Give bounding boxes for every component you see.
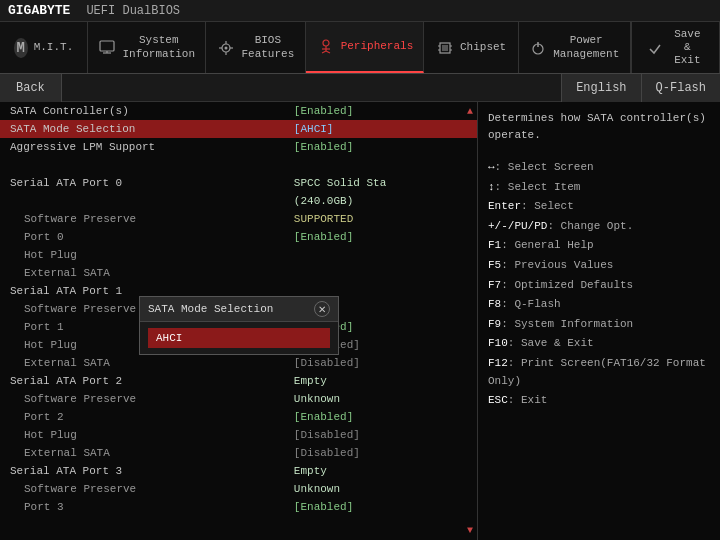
table-row[interactable]: Software PreserveSUPPORTED <box>0 210 477 228</box>
tab-mit[interactable]: M M.I.T. <box>0 22 88 73</box>
back-button[interactable]: Back <box>0 74 62 102</box>
peripherals-icon <box>317 37 335 57</box>
main-area: ▲ SATA Controller(s)[Enabled]SATA Mode S… <box>0 102 720 540</box>
key-label: F8 <box>488 298 501 310</box>
key-hint-line: F10: Save & Exit <box>488 335 710 353</box>
key-label: F5 <box>488 259 501 271</box>
modal-title: SATA Mode Selection <box>148 303 273 315</box>
table-row[interactable]: SATA Mode Selection[AHCI] <box>0 120 477 138</box>
modal-close-button[interactable]: ✕ <box>314 301 330 317</box>
row-label: External SATA <box>0 354 284 372</box>
row-label: External SATA <box>0 264 284 282</box>
key-desc: : Select Screen <box>495 161 594 173</box>
mit-icon: M <box>14 38 28 58</box>
brand-bar: GIGABYTE UEFI DualBIOS <box>0 0 720 22</box>
tab-system[interactable]: SystemInformation <box>88 22 206 73</box>
table-row[interactable]: External SATA <box>0 264 477 282</box>
tab-bios[interactable]: BIOSFeatures <box>206 22 306 73</box>
svg-point-4 <box>225 46 228 49</box>
key-hint-line: F5: Previous Values <box>488 257 710 275</box>
row-value <box>284 246 477 264</box>
row-label: External SATA <box>0 444 284 462</box>
table-row[interactable]: Aggressive LPM Support[Enabled] <box>0 138 477 156</box>
tab-peripherals-label: Peripherals <box>341 40 414 53</box>
table-row[interactable]: (240.0GB) <box>0 192 477 210</box>
key-hint-line: F7: Optimized Defaults <box>488 277 710 295</box>
scroll-down-arrow[interactable]: ▼ <box>467 525 473 536</box>
table-row[interactable]: Port 2[Enabled] <box>0 408 477 426</box>
tab-chipset-label: Chipset <box>460 41 506 54</box>
key-hints: ↔: Select Screen↕: Select ItemEnter: Sel… <box>488 159 710 410</box>
brand-name: GIGABYTE <box>8 3 70 18</box>
modal-title-bar: SATA Mode Selection ✕ <box>140 297 338 322</box>
svg-line-12 <box>322 51 326 53</box>
table-row[interactable]: Serial ATA Port 2Empty <box>0 372 477 390</box>
tab-power-label: PowerManagement <box>553 34 619 60</box>
row-label: Hot Plug <box>0 426 284 444</box>
modal-body: AHCI <box>140 322 338 354</box>
table-row[interactable]: Software PreserveUnknown <box>0 390 477 408</box>
system-icon <box>98 38 116 58</box>
row-label: Serial ATA Port 2 <box>0 372 284 390</box>
table-row[interactable]: Software PreserveUnknown <box>0 480 477 498</box>
row-label: SATA Controller(s) <box>0 102 284 120</box>
key-hint-line: ↔: Select Screen <box>488 159 710 177</box>
row-label: Port 0 <box>0 228 284 246</box>
key-label: F12 <box>488 357 508 369</box>
save-icon <box>646 38 664 58</box>
row-label: Serial ATA Port 3 <box>0 462 284 480</box>
row-label: Software Preserve <box>0 480 284 498</box>
help-panel: Determines how SATA controller(s) operat… <box>478 102 720 540</box>
table-row[interactable]: Serial ATA Port 3Empty <box>0 462 477 480</box>
svg-rect-0 <box>100 41 114 51</box>
scroll-up-arrow[interactable]: ▲ <box>467 106 473 117</box>
row-label: Serial ATA Port 0 <box>0 174 284 192</box>
table-row[interactable]: External SATA[Disabled] <box>0 354 477 372</box>
table-row[interactable]: SATA Controller(s)[Enabled] <box>0 102 477 120</box>
tab-bios-label: BIOSFeatures <box>241 34 294 60</box>
row-value: [Enabled] <box>284 102 477 120</box>
row-label <box>0 192 284 210</box>
table-row[interactable]: Hot Plug <box>0 246 477 264</box>
modal-box: SATA Mode Selection ✕ AHCI <box>139 296 339 355</box>
key-desc: : Print Screen(FAT16/32 Format Only) <box>488 357 706 387</box>
tab-save[interactable]: Save &Exit <box>631 22 720 73</box>
tab-peripherals[interactable]: Peripherals <box>306 22 424 73</box>
row-value: (240.0GB) <box>284 192 477 210</box>
bios-icon <box>217 38 235 58</box>
key-desc: : Select <box>521 200 574 212</box>
language-button[interactable]: English <box>561 74 641 102</box>
key-label: Enter <box>488 200 521 212</box>
key-label: +/-/PU/PD <box>488 220 547 232</box>
tab-save-label: Save &Exit <box>670 28 705 68</box>
tab-power[interactable]: PowerManagement <box>519 22 631 73</box>
key-hint-line: +/-/PU/PD: Change Opt. <box>488 218 710 236</box>
row-value: [Enabled] <box>284 408 477 426</box>
table-row[interactable]: Serial ATA Port 0SPCC Solid Sta <box>0 174 477 192</box>
nav-tabs: M M.I.T. SystemInformation BIOSFeatures … <box>0 22 720 74</box>
table-row[interactable]: Port 3[Enabled] <box>0 498 477 516</box>
key-desc: : Exit <box>508 394 548 406</box>
row-label: Software Preserve <box>0 390 284 408</box>
row-label: Aggressive LPM Support <box>0 138 284 156</box>
table-row[interactable]: External SATA[Disabled] <box>0 444 477 462</box>
svg-line-13 <box>326 51 330 53</box>
row-label: Port 3 <box>0 498 284 516</box>
qflash-button[interactable]: Q-Flash <box>642 74 720 102</box>
help-description: Determines how SATA controller(s) operat… <box>488 110 710 143</box>
tab-chipset[interactable]: Chipset <box>424 22 518 73</box>
row-value: [Enabled] <box>284 228 477 246</box>
key-desc: : System Information <box>501 318 633 330</box>
modal-option-ahci[interactable]: AHCI <box>148 328 330 348</box>
table-row[interactable]: Port 0[Enabled] <box>0 228 477 246</box>
row-label: Software Preserve <box>0 210 284 228</box>
key-hint-line: F12: Print Screen(FAT16/32 Format Only) <box>488 355 710 390</box>
table-row[interactable]: Hot Plug[Disabled] <box>0 426 477 444</box>
row-value: [Enabled] <box>284 498 477 516</box>
row-value: SUPPORTED <box>284 210 477 228</box>
toolbar: Back English Q-Flash <box>0 74 720 102</box>
svg-rect-15 <box>442 45 448 51</box>
key-desc: : Select Item <box>495 181 581 193</box>
row-value: SPCC Solid Sta <box>284 174 477 192</box>
bios-type: UEFI DualBIOS <box>86 4 180 18</box>
